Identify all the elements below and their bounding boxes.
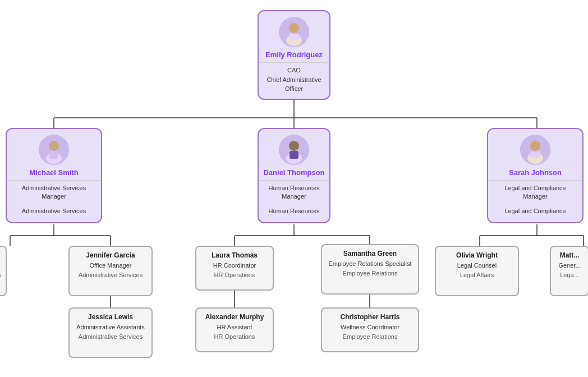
name-sarah: Sarah Johnson bbox=[493, 168, 578, 177]
role-alexander: HR Assistant bbox=[201, 323, 268, 332]
svg-rect-27 bbox=[49, 151, 58, 159]
role-christopher: Wellness Coordinator bbox=[327, 323, 414, 332]
dept-daniel: Human Resources bbox=[263, 207, 325, 215]
name-michael: Michael Smith bbox=[11, 168, 97, 177]
title-emily: CAO bbox=[263, 66, 325, 75]
name-matt: Matt... bbox=[555, 251, 584, 259]
dept-jennifer: Administrative Services bbox=[74, 271, 147, 279]
node-matt-partial: Matt... Gener... Lega... bbox=[550, 246, 588, 296]
dept-partial: ...Services bbox=[0, 271, 1, 279]
dept-matt: Lega... bbox=[555, 271, 584, 279]
avatar-daniel bbox=[279, 135, 309, 165]
name-samantha: Samantha Green bbox=[327, 250, 414, 258]
node-samantha-green: Samantha Green Employee Relations Specia… bbox=[321, 244, 419, 295]
name-daniel: Daniel Thompson bbox=[263, 168, 325, 177]
name-emily: Emily Rodriguez bbox=[263, 50, 325, 59]
name-olivia: Olivia Wright bbox=[440, 251, 513, 259]
node-partial-left: ...right ...ist ...Services bbox=[0, 246, 7, 296]
role-jennifer: Office Manager bbox=[74, 261, 147, 270]
avatar-emily bbox=[279, 17, 309, 47]
svg-rect-35 bbox=[530, 151, 540, 158]
dept-samantha: Employee Relations bbox=[327, 269, 414, 278]
node-sarah-johnson: Sarah Johnson Legal and Compliance Manag… bbox=[487, 128, 584, 223]
role-emily: Chief Administrative Officer bbox=[263, 76, 325, 93]
node-emily-rodriguez: Emily Rodriguez CAO Chief Administrative… bbox=[258, 10, 330, 100]
node-olivia-wright: Olivia Wright Legal Counsel Legal Affair… bbox=[435, 246, 519, 296]
node-laura-thomas: Laura Thomas HR Coordinator HR Operation… bbox=[195, 246, 274, 291]
role-olivia: Legal Counsel bbox=[440, 261, 513, 270]
svg-point-29 bbox=[289, 141, 299, 151]
dept-jessica: Administrative Services bbox=[74, 333, 147, 341]
role-samantha: Employee Relations Specialist bbox=[327, 260, 414, 268]
svg-point-33 bbox=[530, 141, 540, 151]
node-jessica-lewis: Jessica Lewis Administrative Assistants … bbox=[68, 307, 153, 358]
node-michael-smith: Michael Smith Administrative ServicesMan… bbox=[6, 128, 102, 223]
svg-rect-23 bbox=[289, 34, 299, 40]
node-daniel-thompson: Daniel Thompson Human Resources Manager … bbox=[258, 128, 330, 223]
svg-rect-31 bbox=[290, 151, 298, 159]
svg-point-21 bbox=[289, 23, 299, 33]
dept-alexander: HR Operations bbox=[201, 333, 268, 341]
role-michael: Administrative ServicesManager bbox=[11, 184, 97, 201]
role-partial: ...ist bbox=[0, 261, 1, 270]
dept-olivia: Legal Affairs bbox=[440, 271, 513, 279]
avatar-michael bbox=[39, 135, 69, 165]
name-christopher: Christopher Harris bbox=[327, 313, 414, 321]
dept-michael: Administrative Services bbox=[11, 207, 97, 215]
node-christopher-harris: Christopher Harris Wellness Coordinator … bbox=[321, 307, 419, 352]
dept-sarah: Legal and Compliance bbox=[493, 207, 578, 215]
name-partial: ...right bbox=[0, 251, 1, 259]
name-laura: Laura Thomas bbox=[201, 251, 268, 259]
dept-laura: HR Operations bbox=[201, 271, 268, 279]
node-jennifer-garcia: Jennifer Garcia Office Manager Administr… bbox=[68, 246, 153, 296]
role-matt: Gener... bbox=[555, 261, 584, 270]
dept-christopher: Employee Relations bbox=[327, 333, 414, 341]
role-sarah: Legal and Compliance Manager bbox=[493, 184, 578, 201]
name-jennifer: Jennifer Garcia bbox=[74, 251, 147, 259]
name-jessica: Jessica Lewis bbox=[74, 313, 147, 321]
role-jessica: Administrative Assistants bbox=[74, 323, 147, 332]
node-alexander-murphy: Alexander Murphy HR Assistant HR Operati… bbox=[195, 307, 274, 352]
role-laura: HR Coordinator bbox=[201, 261, 268, 270]
avatar-sarah bbox=[520, 135, 550, 165]
name-alexander: Alexander Murphy bbox=[201, 313, 268, 321]
svg-point-25 bbox=[49, 141, 59, 151]
role-daniel: Human Resources Manager bbox=[263, 184, 325, 201]
